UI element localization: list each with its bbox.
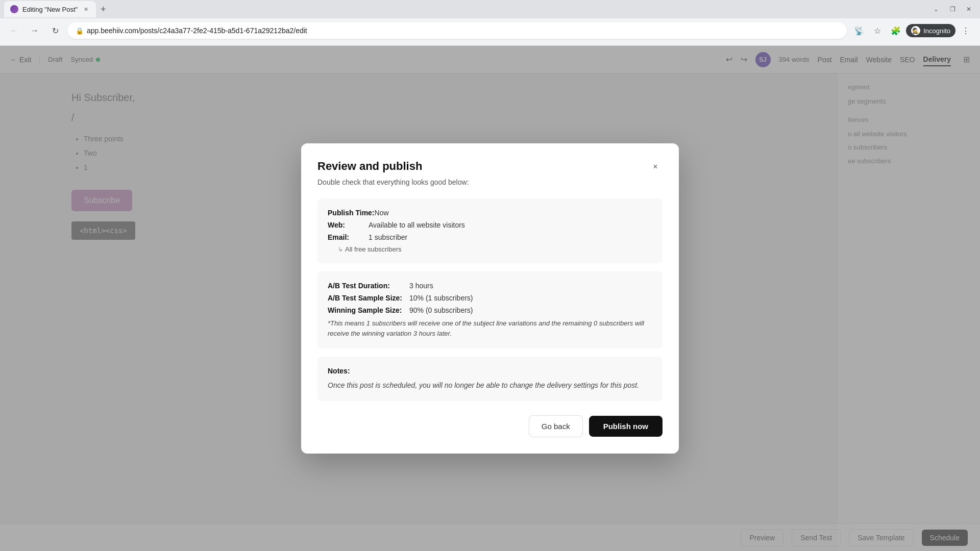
- ab-duration-label: A/B Test Duration:: [328, 282, 409, 290]
- bookmark-button[interactable]: ☆: [869, 22, 886, 39]
- active-tab[interactable]: Editing "New Post" ✕: [4, 1, 96, 17]
- cast-button[interactable]: 📡: [851, 22, 867, 39]
- publish-time-label: Publish Time:: [328, 209, 375, 217]
- modal-title: Review and publish: [317, 160, 422, 173]
- close-window-button[interactable]: ✕: [962, 2, 976, 16]
- publish-time-row: Publish Time: Now: [328, 209, 652, 217]
- modal-subtitle: Double check that everything looks good …: [317, 178, 663, 186]
- new-tab-button[interactable]: +: [96, 2, 110, 16]
- ab-note-text: *This means 1 subscribers will receive o…: [328, 318, 652, 338]
- forward-button[interactable]: →: [27, 22, 43, 39]
- minimize-button[interactable]: ⌄: [929, 2, 943, 16]
- notes-label: Notes:: [328, 367, 652, 375]
- web-value: Available to all website visitors: [369, 221, 652, 229]
- ab-winning-row: Winning Sample Size: 90% (0 subscribers): [328, 306, 652, 314]
- back-button[interactable]: ←: [6, 22, 22, 39]
- ab-winning-label: Winning Sample Size:: [328, 306, 409, 314]
- notes-section: Notes: Once this post is scheduled, you …: [317, 357, 663, 401]
- go-back-button[interactable]: Go back: [529, 415, 583, 437]
- publish-now-button[interactable]: Publish now: [589, 416, 663, 437]
- tab-close-btn[interactable]: ✕: [82, 5, 90, 13]
- ab-sample-row: A/B Test Sample Size: 10% (1 subscribers…: [328, 294, 652, 302]
- ab-sample-value: 10% (1 subscribers): [409, 294, 652, 302]
- ab-sample-label: A/B Test Sample Size:: [328, 294, 409, 302]
- publish-time-value: Now: [375, 209, 652, 217]
- email-indent-value: All free subscribers: [345, 245, 402, 253]
- lock-icon: 🔒: [76, 27, 84, 35]
- web-label: Web:: [328, 221, 369, 229]
- ab-winning-value: 90% (0 subscribers): [409, 306, 652, 314]
- review-publish-modal: Review and publish × Double check that e…: [301, 143, 679, 454]
- window-controls: ⌄ ❐ ✕: [929, 2, 976, 16]
- modal-overlay: Review and publish × Double check that e…: [0, 46, 980, 551]
- address-bar[interactable]: 🔒 app.beehiiv.com/posts/c24a3a77-2fe2-41…: [67, 22, 847, 39]
- publish-info-section: Publish Time: Now Web: Available to all …: [317, 198, 663, 263]
- email-indent-row: ↳ All free subscribers: [328, 245, 652, 253]
- ab-duration-row: A/B Test Duration: 3 hours: [328, 282, 652, 290]
- email-value: 1 subscriber: [369, 233, 652, 241]
- email-label: Email:: [328, 233, 369, 241]
- tab-favicon: [10, 5, 18, 13]
- indent-arrow-icon: ↳: [338, 246, 343, 253]
- web-row: Web: Available to all website visitors: [328, 221, 652, 229]
- extensions-button[interactable]: 🧩: [888, 22, 904, 39]
- tab-label: Editing "New Post": [22, 6, 78, 13]
- menu-button[interactable]: ⋮: [958, 22, 974, 39]
- modal-header: Review and publish ×: [317, 160, 663, 174]
- url-text: app.beehiiv.com/posts/c24a3a77-2fe2-415b…: [87, 27, 307, 35]
- reload-button[interactable]: ↻: [47, 22, 63, 39]
- modal-close-button[interactable]: ×: [648, 160, 663, 174]
- ab-duration-value: 3 hours: [409, 282, 652, 290]
- email-row: Email: 1 subscriber: [328, 233, 652, 241]
- modal-footer: Go back Publish now: [317, 415, 663, 437]
- incognito-badge: 🕵 Incognito: [906, 24, 955, 37]
- maximize-button[interactable]: ❐: [945, 2, 960, 16]
- notes-text: Once this post is scheduled, you will no…: [328, 380, 652, 391]
- ab-test-section: A/B Test Duration: 3 hours A/B Test Samp…: [317, 271, 663, 348]
- incognito-label: Incognito: [923, 27, 950, 35]
- incognito-icon: 🕵: [911, 26, 920, 35]
